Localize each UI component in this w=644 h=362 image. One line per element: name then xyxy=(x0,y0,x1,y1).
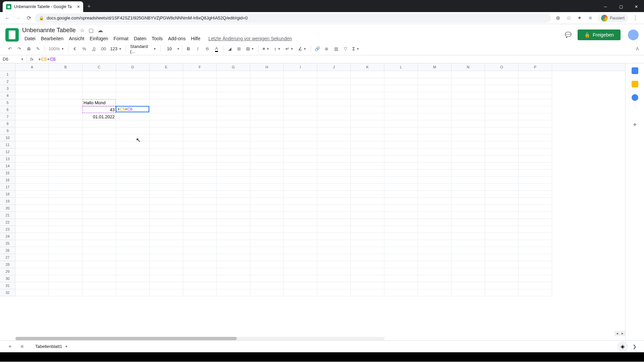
cell-F8[interactable] xyxy=(183,120,217,127)
row-header-15[interactable]: 15 xyxy=(0,170,15,177)
cell-N7[interactable] xyxy=(451,113,485,120)
row-header-31[interactable]: 31 xyxy=(0,282,15,289)
cell-P19[interactable] xyxy=(519,198,552,205)
cell-B10[interactable] xyxy=(49,134,83,141)
cell-O29[interactable] xyxy=(485,268,519,275)
cell-J19[interactable] xyxy=(317,198,351,205)
cell-M24[interactable] xyxy=(418,233,451,240)
row-header-25[interactable]: 25 xyxy=(0,240,15,247)
cell-C10[interactable] xyxy=(83,134,116,141)
cell-M25[interactable] xyxy=(418,240,451,247)
all-sheets-button[interactable]: ≡ xyxy=(17,342,27,351)
cell-O21[interactable] xyxy=(485,212,519,219)
cell-L4[interactable] xyxy=(384,92,418,99)
cell-J26[interactable] xyxy=(317,247,351,254)
cell-L8[interactable] xyxy=(384,120,418,127)
cell-H23[interactable] xyxy=(250,226,284,233)
cell-E7[interactable] xyxy=(150,113,183,120)
cell-L3[interactable] xyxy=(384,85,418,92)
menu-addons[interactable]: Add-ons xyxy=(166,35,188,43)
cell-C12[interactable] xyxy=(83,148,116,156)
cell-C18[interactable] xyxy=(83,191,116,198)
cell-C15[interactable] xyxy=(83,170,116,177)
cell-F7[interactable] xyxy=(183,113,217,120)
cell-O14[interactable] xyxy=(485,163,519,170)
cell-A32[interactable] xyxy=(15,289,49,296)
cell-N22[interactable] xyxy=(451,219,485,226)
cell-H26[interactable] xyxy=(250,247,284,254)
cell-H24[interactable] xyxy=(250,233,284,240)
cell-N16[interactable] xyxy=(451,177,485,184)
cell-O2[interactable] xyxy=(485,78,519,85)
col-header-C[interactable]: C xyxy=(83,63,116,71)
cell-K18[interactable] xyxy=(351,191,384,198)
cell-J14[interactable] xyxy=(317,163,351,170)
cell-D12[interactable] xyxy=(116,148,150,156)
cell-P5[interactable] xyxy=(519,99,552,106)
cell-N3[interactable] xyxy=(451,85,485,92)
cell-I30[interactable] xyxy=(284,275,317,282)
reading-list-icon[interactable]: ≡ xyxy=(587,15,594,21)
menu-format[interactable]: Format xyxy=(111,35,131,43)
cell-N24[interactable] xyxy=(451,233,485,240)
cell-D27[interactable] xyxy=(116,254,150,261)
cell-K29[interactable] xyxy=(351,268,384,275)
bold-button[interactable]: B xyxy=(184,45,193,53)
cell-K15[interactable] xyxy=(351,170,384,177)
cell-M31[interactable] xyxy=(418,282,451,289)
cell-O3[interactable] xyxy=(485,85,519,92)
cell-I22[interactable] xyxy=(284,219,317,226)
cell-G32[interactable] xyxy=(217,289,250,296)
cell-N32[interactable] xyxy=(451,289,485,296)
cell-N10[interactable] xyxy=(451,134,485,141)
cell-M11[interactable] xyxy=(418,141,451,148)
cell-N2[interactable] xyxy=(451,78,485,85)
cell-O20[interactable] xyxy=(485,205,519,212)
cell-K8[interactable] xyxy=(351,120,384,127)
last-edit-link[interactable]: Letzte Änderung vor wenigen Sekunden xyxy=(206,35,294,43)
cell-H16[interactable] xyxy=(250,177,284,184)
cell-I6[interactable] xyxy=(284,106,317,113)
redo-button[interactable]: ↷ xyxy=(15,45,23,53)
cell-H5[interactable] xyxy=(250,99,284,106)
cell-H10[interactable] xyxy=(250,134,284,141)
cell-J31[interactable] xyxy=(317,282,351,289)
row-header-1[interactable]: 1 xyxy=(0,71,15,78)
cell-K6[interactable] xyxy=(351,106,384,113)
cell-K27[interactable] xyxy=(351,254,384,261)
cell-E25[interactable] xyxy=(150,240,183,247)
row-header-27[interactable]: 27 xyxy=(0,254,15,261)
cell-G21[interactable] xyxy=(217,212,250,219)
cell-P21[interactable] xyxy=(519,212,552,219)
cell-B30[interactable] xyxy=(49,275,83,282)
cell-E8[interactable] xyxy=(150,120,183,127)
cell-J8[interactable] xyxy=(317,120,351,127)
cell-D18[interactable] xyxy=(116,191,150,198)
row-header-26[interactable]: 26 xyxy=(0,247,15,254)
cell-N21[interactable] xyxy=(451,212,485,219)
cell-M27[interactable] xyxy=(418,254,451,261)
cell-J18[interactable] xyxy=(317,191,351,198)
cell-O18[interactable] xyxy=(485,191,519,198)
get-addons-button[interactable]: + xyxy=(633,121,637,129)
row-header-29[interactable]: 29 xyxy=(0,268,15,275)
cell-C8[interactable] xyxy=(83,120,116,127)
cell-P10[interactable] xyxy=(519,134,552,141)
keep-addon-icon[interactable] xyxy=(632,81,638,87)
cell-F15[interactable] xyxy=(183,170,217,177)
cell-P11[interactable] xyxy=(519,141,552,148)
cell-C3[interactable] xyxy=(83,85,116,92)
cell-O1[interactable] xyxy=(485,71,519,78)
cell-J9[interactable] xyxy=(317,127,351,134)
print-button[interactable]: 🖶 xyxy=(24,45,33,53)
cell-J13[interactable] xyxy=(317,156,351,163)
cell-A20[interactable] xyxy=(15,205,49,212)
row-header-6[interactable]: 6 xyxy=(0,106,15,113)
cell-M4[interactable] xyxy=(418,92,451,99)
menu-tools[interactable]: Tools xyxy=(149,35,165,43)
cell-J24[interactable] xyxy=(317,233,351,240)
cell-I32[interactable] xyxy=(284,289,317,296)
cell-J25[interactable] xyxy=(317,240,351,247)
cell-P3[interactable] xyxy=(519,85,552,92)
borders-button[interactable]: ⊞ xyxy=(235,45,244,53)
